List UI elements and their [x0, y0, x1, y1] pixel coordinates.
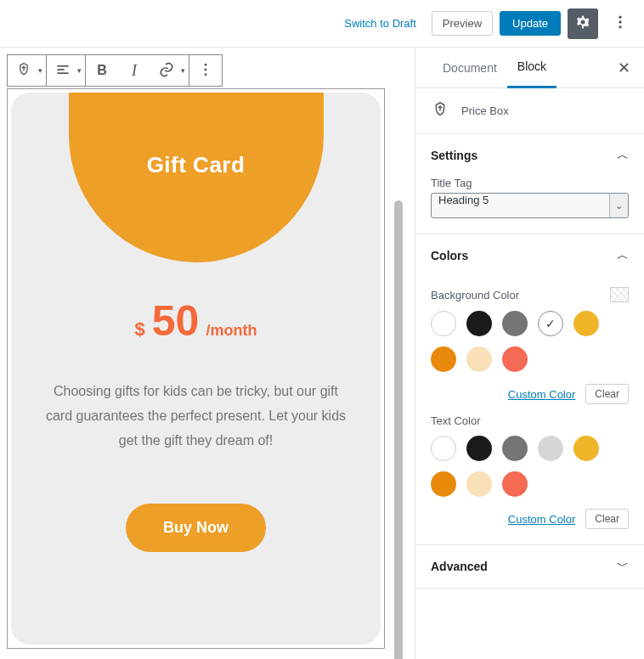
panel-colors-toggle[interactable]: Colors ︿	[415, 234, 644, 277]
color-swatch[interactable]	[502, 436, 528, 461]
block-type-name: Price Box	[461, 104, 509, 117]
block-toolbar: ▾ ▾ B I ▾	[7, 54, 223, 87]
price-row[interactable]: $ 50 /month	[45, 296, 347, 346]
color-swatch[interactable]	[431, 436, 456, 461]
block-type-row: Price Box	[415, 88, 644, 134]
settings-sidebar: Document Block ✕ Price Box Settings ︿ Ti…	[415, 48, 644, 659]
card-title[interactable]: Gift Card	[147, 152, 246, 178]
custom-color-link[interactable]: Custom Color	[508, 388, 575, 401]
svg-rect-4	[57, 69, 64, 70]
align-left-icon	[54, 61, 71, 81]
close-icon: ✕	[618, 59, 630, 77]
price-box-icon	[15, 61, 32, 81]
chevron-up-icon: ︿	[617, 248, 629, 263]
chevron-down-icon: ﹀	[617, 559, 629, 574]
panel-title: Colors	[431, 249, 468, 262]
color-swatch[interactable]	[502, 346, 528, 372]
chevron-up-icon: ︿	[617, 148, 629, 163]
price-amount: 50	[152, 296, 200, 346]
link-icon	[158, 61, 175, 81]
chevron-down-icon: ▾	[77, 66, 82, 75]
color-swatch[interactable]	[573, 436, 599, 461]
gear-icon	[574, 14, 591, 33]
switch-to-draft-button[interactable]: Switch to Draft	[336, 12, 425, 35]
tab-block[interactable]: Block	[507, 48, 556, 88]
settings-button[interactable]	[568, 8, 598, 39]
custom-color-link[interactable]: Custom Color	[508, 513, 575, 526]
panel-colors: Colors ︿ Background Color Custom Color C…	[415, 234, 644, 545]
kebab-icon	[612, 14, 629, 33]
svg-rect-3	[57, 65, 68, 67]
italic-button[interactable]: I	[118, 55, 150, 86]
svg-point-1	[619, 20, 621, 23]
block-type-button[interactable]	[8, 55, 40, 86]
selected-block-frame[interactable]: Gift Card $ 50 /month Choosing gifts for…	[7, 88, 385, 649]
text-swatches	[431, 436, 629, 497]
title-tag-value: Heading 5	[431, 193, 629, 218]
panel-advanced-toggle[interactable]: Advanced ﹀	[415, 545, 644, 588]
card-description[interactable]: Choosing gifts for kids can be tricky, b…	[45, 380, 347, 453]
clear-color-button[interactable]: Clear	[585, 509, 629, 529]
color-swatch[interactable]	[466, 346, 492, 372]
color-swatch[interactable]	[466, 436, 492, 461]
clear-color-button[interactable]: Clear	[585, 384, 629, 404]
color-swatch[interactable]	[431, 311, 456, 336]
color-swatch[interactable]	[466, 311, 492, 336]
color-swatch[interactable]	[538, 311, 563, 336]
bg-swatches	[431, 311, 629, 372]
buy-now-button[interactable]: Buy Now	[126, 504, 266, 552]
chevron-down-icon: ⌄	[609, 194, 628, 217]
color-swatch[interactable]	[431, 346, 456, 372]
chevron-down-icon: ▾	[38, 66, 42, 75]
panel-title: Settings	[431, 149, 477, 162]
svg-point-7	[205, 68, 207, 70]
bold-button[interactable]: B	[86, 55, 118, 86]
color-swatch[interactable]	[573, 311, 599, 336]
price-currency: $	[135, 318, 145, 341]
editor-canvas-area: ▾ ▾ B I ▾	[0, 48, 415, 659]
color-swatch[interactable]	[466, 471, 492, 497]
svg-point-0	[619, 16, 621, 19]
text-color-section: Text Color Custom Color Clear	[431, 414, 629, 529]
more-menu-button[interactable]	[605, 8, 636, 39]
svg-point-2	[619, 25, 621, 28]
link-button[interactable]	[150, 55, 183, 86]
price-period: /month	[206, 322, 257, 340]
sidebar-tabs: Document Block ✕	[415, 48, 644, 88]
panel-settings: Settings ︿ Title Tag Heading 5 ⌄	[415, 134, 644, 234]
tab-document[interactable]: Document	[432, 48, 507, 88]
more-tools-button[interactable]	[189, 55, 222, 86]
close-sidebar-button[interactable]: ✕	[610, 54, 637, 82]
bg-color-label: Background Color	[431, 289, 519, 301]
panel-settings-toggle[interactable]: Settings ︿	[415, 134, 644, 177]
color-swatch[interactable]	[538, 436, 563, 461]
color-swatch[interactable]	[502, 311, 528, 336]
panel-advanced: Advanced ﹀	[415, 545, 644, 589]
background-color-section: Background Color Custom Color Clear	[431, 287, 629, 404]
price-box-icon	[431, 100, 449, 121]
price-box-block: Gift Card $ 50 /month Choosing gifts for…	[11, 93, 381, 645]
title-tag-select[interactable]: Heading 5 ⌄	[431, 193, 629, 218]
title-tag-label: Title Tag	[431, 177, 629, 189]
editor-scrollbar[interactable]	[394, 200, 403, 659]
color-swatch[interactable]	[431, 471, 456, 497]
align-button[interactable]	[47, 55, 79, 86]
panel-title: Advanced	[431, 560, 488, 573]
color-swatch[interactable]	[502, 471, 528, 497]
kebab-icon	[197, 61, 214, 81]
chevron-down-icon: ▾	[181, 66, 185, 75]
card-header: Gift Card	[69, 93, 324, 262]
text-color-label: Text Color	[431, 414, 481, 427]
svg-point-6	[205, 63, 207, 65]
top-toolbar: Switch to Draft Preview Update	[0, 0, 644, 48]
preview-button[interactable]: Preview	[432, 11, 493, 36]
svg-point-8	[205, 73, 207, 76]
update-button[interactable]: Update	[500, 11, 561, 36]
bg-color-preview	[610, 287, 629, 302]
svg-rect-5	[57, 72, 68, 74]
